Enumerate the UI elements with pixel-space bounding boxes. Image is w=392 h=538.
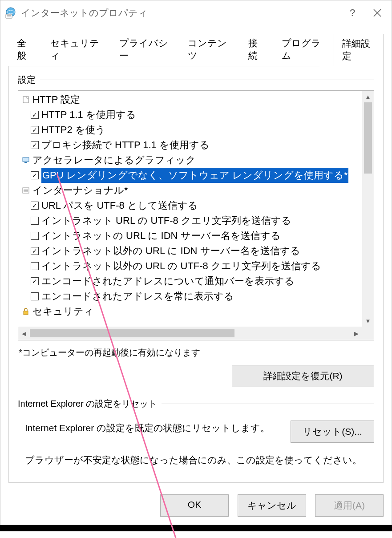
option-encoded-always-show[interactable]: エンコードされたアドレスを常に表示する xyxy=(20,289,360,304)
category-http[interactable]: HTTP 設定 xyxy=(20,92,360,107)
checkbox-icon[interactable] xyxy=(31,262,39,270)
close-button[interactable] xyxy=(365,3,390,23)
option-proxy-http11[interactable]: ✓プロキシ接続で HTTP 1.1 を使用する xyxy=(20,138,360,153)
checkbox-icon[interactable] xyxy=(31,232,39,240)
scrollbar-vertical[interactable]: ▲ ▼ xyxy=(362,91,374,327)
option-encoded-notify[interactable]: ✓エンコードされたアドレスについて通知バーを表示する xyxy=(20,274,360,289)
reset-description: Internet Explorer の設定を既定の状態にリセットします。 xyxy=(25,421,278,436)
cancel-button[interactable]: キャンセル xyxy=(238,494,306,517)
settings-tree[interactable]: HTTP 設定 ✓HTTP 1.1 を使用する ✓HTTP2 を使う ✓プロキシ… xyxy=(18,90,374,340)
apply-button[interactable]: 適用(A) xyxy=(315,494,384,517)
checkbox-icon[interactable] xyxy=(31,292,39,300)
reset-group-label: Internet Explorer の設定をリセット xyxy=(18,398,162,410)
option-utf8-url-path[interactable]: ✓URL パスを UTF-8 として送信する xyxy=(20,198,360,213)
tab-connections[interactable]: 接続 xyxy=(240,33,273,66)
category-international[interactable]: インターナショナル* xyxy=(20,183,360,198)
option-http11[interactable]: ✓HTTP 1.1 を使用する xyxy=(20,107,360,122)
checkbox-icon[interactable]: ✓ xyxy=(31,111,39,119)
dialog-window: インターネットのプロパティ ? 全般 セキュリティ プライバシー コンテンツ 接… xyxy=(0,0,392,525)
tab-privacy[interactable]: プライバシー xyxy=(111,33,179,66)
settings-group-label: 設定 xyxy=(18,74,40,86)
category-gpu[interactable]: アクセラレータによるグラフィック xyxy=(20,153,360,168)
help-button[interactable]: ? xyxy=(340,3,365,23)
restart-note: *コンピューターの再起動後に有効になります xyxy=(18,343,374,365)
tab-content[interactable]: コンテンツ xyxy=(179,33,240,66)
window-title: インターネットのプロパティ xyxy=(21,7,148,19)
monitor-icon xyxy=(22,156,30,164)
reset-button[interactable]: リセット(S)... xyxy=(291,421,374,443)
checkbox-icon[interactable]: ✓ xyxy=(31,202,39,210)
list-icon xyxy=(22,186,30,194)
option-nonintranet-idn[interactable]: ✓イントラネット以外の URL に IDN サーバー名を送信する xyxy=(20,243,360,259)
scrollbar-horizontal[interactable]: ◀ ▶ xyxy=(18,327,362,340)
checkbox-icon[interactable]: ✓ xyxy=(31,247,39,255)
scroll-down-icon[interactable]: ▼ xyxy=(362,315,374,327)
reset-group-header: Internet Explorer の設定をリセット xyxy=(18,398,374,410)
checkbox-icon[interactable]: ✓ xyxy=(31,171,39,179)
svg-rect-8 xyxy=(23,158,29,162)
category-security[interactable]: セキュリティ xyxy=(20,304,360,319)
svg-rect-1 xyxy=(6,14,12,18)
checkbox-icon[interactable]: ✓ xyxy=(31,277,39,285)
scroll-corner xyxy=(362,327,374,340)
title-bar: インターネットのプロパティ ? xyxy=(0,0,392,25)
ok-button[interactable]: OK xyxy=(160,494,229,517)
tab-security[interactable]: セキュリティ xyxy=(42,33,111,66)
option-nonintranet-utf8-query[interactable]: イントラネット以外の URL の UTF-8 クエリ文字列を送信する xyxy=(20,259,360,274)
dialog-button-row: OK キャンセル 適用(A) xyxy=(0,488,392,525)
tab-advanced[interactable]: 詳細設定 xyxy=(334,34,384,66)
svg-rect-14 xyxy=(24,311,28,315)
option-http2[interactable]: ✓HTTP2 を使う xyxy=(20,122,360,138)
option-intranet-utf8-query[interactable]: イントラネット URL の UTF-8 クエリ文字列を送信する xyxy=(20,213,360,228)
checkbox-icon[interactable]: ✓ xyxy=(31,126,39,134)
lock-icon xyxy=(22,307,30,316)
svg-rect-7 xyxy=(23,97,28,103)
settings-group-header: 設定 xyxy=(18,74,374,86)
checkbox-icon[interactable]: ✓ xyxy=(31,141,39,149)
scroll-up-icon[interactable]: ▲ xyxy=(362,91,374,102)
tab-panel-advanced: 設定 HTTP 設定 ✓HTTP 1.1 を使用する ✓HTTP2 を使う ✓プ… xyxy=(8,66,384,483)
window-shadow xyxy=(0,525,392,531)
restore-advanced-button[interactable]: 詳細設定を復元(R) xyxy=(232,365,374,387)
option-software-rendering[interactable]: ✓GPU レンダリングでなく、ソフトウェア レンダリングを使用する* xyxy=(20,168,360,183)
scroll-left-icon[interactable]: ◀ xyxy=(18,327,30,340)
scroll-right-icon[interactable]: ▶ xyxy=(351,327,362,340)
svg-rect-9 xyxy=(24,162,27,163)
tab-row: 全般 セキュリティ プライバシー コンテンツ 接続 プログラム 詳細設定 xyxy=(0,25,392,66)
svg-text:?: ? xyxy=(350,7,355,18)
scroll-thumb-v[interactable] xyxy=(364,102,372,174)
reset-hint: ブラウザーが不安定な状態になった場合にのみ、この設定を使ってください。 xyxy=(18,453,374,468)
scroll-thumb-h[interactable] xyxy=(30,329,234,337)
tab-programs[interactable]: プログラム xyxy=(273,33,334,66)
internet-options-icon xyxy=(5,7,16,19)
page-icon xyxy=(22,96,30,104)
tab-general[interactable]: 全般 xyxy=(8,33,42,66)
checkbox-icon[interactable] xyxy=(31,217,39,225)
option-intranet-idn[interactable]: イントラネットの URL に IDN サーバー名を送信する xyxy=(20,228,360,243)
